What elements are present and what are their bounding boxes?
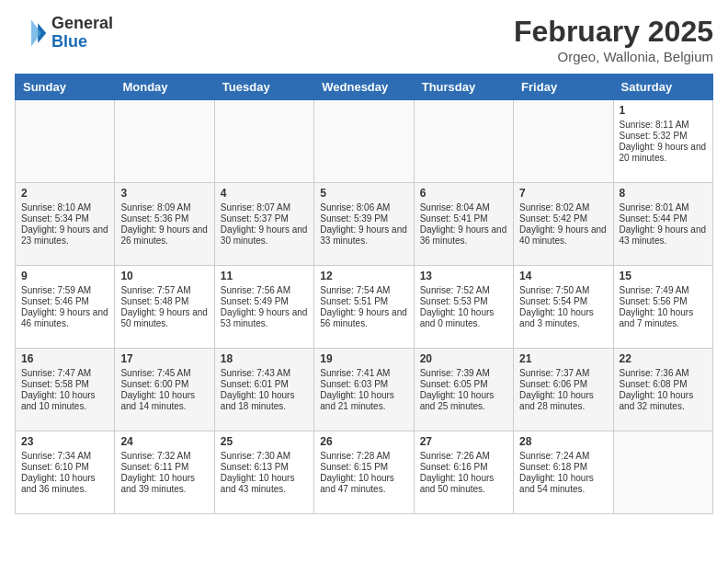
weekday-header-sunday: Sunday [16,75,115,100]
weekday-header-saturday: Saturday [613,75,712,100]
calendar-table: SundayMondayTuesdayWednesdayThursdayFrid… [15,74,713,514]
day-number: 23 [21,435,108,448]
day-cell [514,100,613,183]
day-info: Sunrise: 8:09 AM Sunset: 5:36 PM Dayligh… [120,202,208,246]
day-info: Sunrise: 7:54 AM Sunset: 5:51 PM Dayligh… [320,285,407,328]
day-info: Sunrise: 7:36 AM Sunset: 6:08 PM Dayligh… [620,368,694,411]
day-info: Sunrise: 7:39 AM Sunset: 6:05 PM Dayligh… [420,368,495,411]
day-cell: 1Sunrise: 8:11 AM Sunset: 5:32 PM Daylig… [613,100,712,183]
day-info: Sunrise: 7:56 AM Sunset: 5:49 PM Dayligh… [221,285,308,328]
day-info: Sunrise: 7:52 AM Sunset: 5:53 PM Dayligh… [420,285,495,328]
day-cell: 28Sunrise: 7:24 AM Sunset: 6:18 PM Dayli… [514,431,613,514]
day-number: 18 [221,352,308,365]
day-cell: 4Sunrise: 8:07 AM Sunset: 5:37 PM Daylig… [214,183,313,266]
day-cell: 7Sunrise: 8:02 AM Sunset: 5:42 PM Daylig… [514,183,613,266]
weekday-header-wednesday: Wednesday [314,75,414,100]
day-info: Sunrise: 8:02 AM Sunset: 5:42 PM Dayligh… [519,202,607,246]
day-info: Sunrise: 7:47 AM Sunset: 5:58 PM Dayligh… [21,368,96,411]
day-info: Sunrise: 8:07 AM Sunset: 5:37 PM Dayligh… [221,202,308,246]
day-cell [214,100,313,183]
day-cell: 9Sunrise: 7:59 AM Sunset: 5:46 PM Daylig… [16,266,115,349]
day-info: Sunrise: 7:59 AM Sunset: 5:46 PM Dayligh… [21,285,108,328]
svg-marker-1 [31,19,41,46]
day-cell: 5Sunrise: 8:06 AM Sunset: 5:39 PM Daylig… [314,183,414,266]
logo-text: General Blue [51,15,113,52]
day-cell: 6Sunrise: 8:04 AM Sunset: 5:41 PM Daylig… [414,183,513,266]
week-row-1: 1Sunrise: 8:11 AM Sunset: 5:32 PM Daylig… [16,100,713,183]
day-info: Sunrise: 7:32 AM Sunset: 6:11 PM Dayligh… [120,451,195,494]
day-info: Sunrise: 8:06 AM Sunset: 5:39 PM Dayligh… [320,202,407,246]
day-number: 5 [320,187,407,200]
day-cell: 19Sunrise: 7:41 AM Sunset: 6:03 PM Dayli… [314,349,414,431]
day-cell: 18Sunrise: 7:43 AM Sunset: 6:01 PM Dayli… [214,349,313,431]
title-block: February 2025 Orgeo, Wallonia, Belgium [514,15,713,64]
day-info: Sunrise: 7:28 AM Sunset: 6:15 PM Dayligh… [320,451,394,494]
day-number: 8 [620,187,707,200]
day-number: 25 [221,435,308,448]
calendar-header: SundayMondayTuesdayWednesdayThursdayFrid… [16,75,713,100]
day-cell: 16Sunrise: 7:47 AM Sunset: 5:58 PM Dayli… [16,349,115,431]
day-cell: 25Sunrise: 7:30 AM Sunset: 6:13 PM Dayli… [214,431,313,514]
day-info: Sunrise: 7:34 AM Sunset: 6:10 PM Dayligh… [21,451,96,494]
day-info: Sunrise: 7:37 AM Sunset: 6:06 PM Dayligh… [519,368,594,411]
day-cell: 20Sunrise: 7:39 AM Sunset: 6:05 PM Dayli… [414,349,513,431]
day-number: 3 [120,187,208,200]
day-info: Sunrise: 7:26 AM Sunset: 6:16 PM Dayligh… [420,451,495,494]
page-header: General Blue February 2025 Orgeo, Wallon… [15,15,713,64]
day-number: 14 [519,270,607,282]
day-info: Sunrise: 7:50 AM Sunset: 5:54 PM Dayligh… [519,285,594,328]
day-cell: 8Sunrise: 8:01 AM Sunset: 5:44 PM Daylig… [613,183,712,266]
day-number: 2 [21,187,108,200]
day-cell: 23Sunrise: 7:34 AM Sunset: 6:10 PM Dayli… [16,431,115,514]
day-cell: 13Sunrise: 7:52 AM Sunset: 5:53 PM Dayli… [414,266,513,349]
day-number: 27 [420,435,507,448]
day-info: Sunrise: 8:04 AM Sunset: 5:41 PM Dayligh… [420,202,507,246]
day-number: 4 [221,187,308,200]
day-number: 22 [620,352,707,365]
weekday-header-monday: Monday [115,75,214,100]
day-cell: 3Sunrise: 8:09 AM Sunset: 5:36 PM Daylig… [115,183,214,266]
logo: General Blue [15,15,113,52]
day-info: Sunrise: 7:45 AM Sunset: 6:00 PM Dayligh… [120,368,195,411]
day-info: Sunrise: 7:57 AM Sunset: 5:48 PM Dayligh… [120,285,208,328]
month-year: February 2025 [514,15,713,49]
day-cell [613,431,712,514]
day-number: 16 [21,352,108,365]
day-cell: 10Sunrise: 7:57 AM Sunset: 5:48 PM Dayli… [115,266,214,349]
day-cell [414,100,513,183]
day-number: 20 [420,352,507,365]
day-cell: 12Sunrise: 7:54 AM Sunset: 5:51 PM Dayli… [314,266,414,349]
day-number: 1 [620,104,707,117]
day-number: 11 [221,270,308,282]
day-cell: 24Sunrise: 7:32 AM Sunset: 6:11 PM Dayli… [115,431,214,514]
logo-blue-text: Blue [51,33,113,52]
day-info: Sunrise: 7:43 AM Sunset: 6:01 PM Dayligh… [221,368,295,411]
day-number: 6 [420,187,507,200]
weekday-header-thursday: Thursday [414,75,513,100]
day-cell: 27Sunrise: 7:26 AM Sunset: 6:16 PM Dayli… [414,431,513,514]
day-number: 7 [519,187,607,200]
logo-icon [15,17,48,50]
day-number: 12 [320,270,407,282]
day-cell [314,100,414,183]
weekday-row: SundayMondayTuesdayWednesdayThursdayFrid… [16,75,713,100]
day-number: 10 [120,270,208,282]
day-cell: 15Sunrise: 7:49 AM Sunset: 5:56 PM Dayli… [613,266,712,349]
day-number: 21 [519,352,607,365]
day-cell [115,100,214,183]
week-row-4: 16Sunrise: 7:47 AM Sunset: 5:58 PM Dayli… [16,349,713,431]
day-cell: 26Sunrise: 7:28 AM Sunset: 6:15 PM Dayli… [314,431,414,514]
day-number: 15 [620,270,707,282]
week-row-3: 9Sunrise: 7:59 AM Sunset: 5:46 PM Daylig… [16,266,713,349]
day-number: 17 [120,352,208,365]
day-number: 19 [320,352,407,365]
day-number: 13 [420,270,507,282]
day-cell: 11Sunrise: 7:56 AM Sunset: 5:49 PM Dayli… [214,266,313,349]
day-number: 9 [21,270,108,282]
day-number: 28 [519,435,607,448]
logo-general-text: General [51,15,113,33]
day-cell: 21Sunrise: 7:37 AM Sunset: 6:06 PM Dayli… [514,349,613,431]
weekday-header-friday: Friday [514,75,613,100]
day-number: 24 [120,435,208,448]
week-row-5: 23Sunrise: 7:34 AM Sunset: 6:10 PM Dayli… [16,431,713,514]
